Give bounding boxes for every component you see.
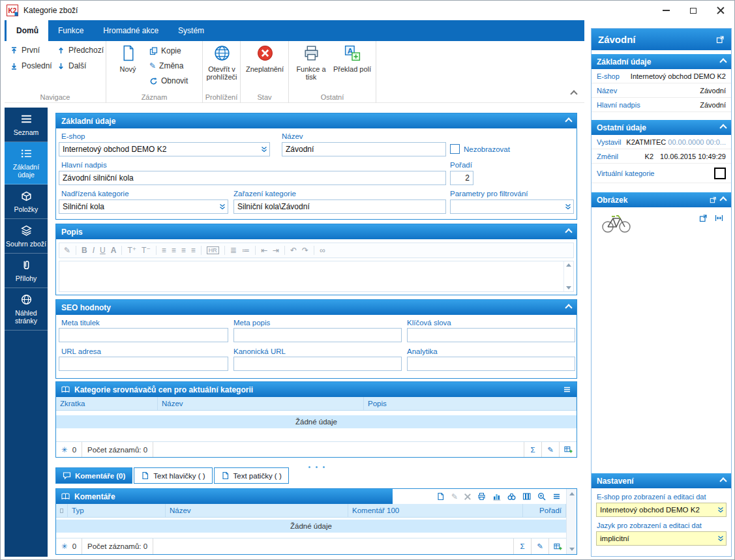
dropdown-icon[interactable]: [562, 203, 573, 210]
open-record-button[interactable]: [716, 35, 725, 44]
dropdown-icon[interactable]: [715, 535, 726, 542]
add-record-button[interactable]: [559, 442, 577, 457]
sum-button[interactable]: Σ: [524, 442, 541, 457]
collapse-image-button[interactable]: [719, 196, 727, 203]
new-record-icon[interactable]: [436, 492, 445, 501]
order-input[interactable]: [450, 171, 473, 185]
copy-button[interactable]: Kopie: [149, 46, 181, 55]
print-icon[interactable]: [477, 492, 486, 501]
italic-icon[interactable]: I: [93, 246, 95, 255]
ribbon-tab-system[interactable]: Systém: [168, 20, 214, 41]
ribbon-collapse-button[interactable]: [570, 90, 577, 97]
horizontal-rule-icon[interactable]: HR: [207, 246, 219, 254]
fit-image-button[interactable]: [715, 214, 723, 222]
keywords-input[interactable]: [407, 328, 575, 342]
sum-button[interactable]: Σ: [513, 538, 531, 554]
ribbon-tab-funkce[interactable]: Funkce: [48, 20, 93, 41]
scroll-down-button[interactable]: [569, 548, 575, 551]
font-color-icon[interactable]: A: [111, 246, 117, 255]
tab-text-paticky[interactable]: Text patičky ( ): [214, 467, 289, 484]
tab-komentare[interactable]: Komentáře (0): [55, 467, 132, 484]
edit-icon[interactable]: ✎: [64, 246, 70, 255]
column-header-popis[interactable]: Popis: [364, 397, 577, 410]
settings-eshop-combo[interactable]: Internetový obchod DEMO K2: [596, 503, 727, 517]
analytics-input[interactable]: [407, 357, 575, 371]
unordered-list-icon[interactable]: ≔: [242, 246, 250, 255]
edit-record-button[interactable]: ✎: [541, 442, 559, 457]
new-button[interactable]: Nový: [113, 44, 143, 73]
edit-record-icon[interactable]: ✎: [451, 492, 458, 501]
sidebar-item-nahled-stranky[interactable]: Náhled stránky: [5, 288, 48, 331]
zoom-icon[interactable]: [537, 492, 546, 501]
columns-icon[interactable]: [522, 492, 531, 501]
translate-fields-button[interactable]: A Překlad polí: [332, 44, 372, 73]
redo-icon[interactable]: ↷: [302, 246, 308, 255]
bold-icon[interactable]: B: [82, 246, 87, 255]
binoculars-icon[interactable]: [507, 492, 516, 501]
settings-language-combo[interactable]: implicitní: [596, 531, 727, 546]
column-header-poradi[interactable]: Pořadí: [523, 504, 566, 517]
filter-params-input[interactable]: [451, 202, 562, 211]
align-center-icon[interactable]: ≡: [172, 246, 176, 255]
dropdown-icon[interactable]: [217, 203, 228, 210]
change-button[interactable]: ✎ Změna: [149, 61, 183, 70]
sidebar-item-seznam[interactable]: Seznam: [5, 108, 48, 142]
description-textarea[interactable]: [59, 261, 574, 292]
meta-description-input[interactable]: [233, 328, 402, 342]
scroll-up-button[interactable]: [569, 492, 575, 495]
filter-params-combo[interactable]: [450, 199, 574, 214]
dropdown-icon[interactable]: [258, 146, 269, 153]
grid-menu-icon[interactable]: [563, 385, 571, 394]
outdent-icon[interactable]: ⇤: [261, 246, 267, 255]
add-record-button[interactable]: [548, 538, 566, 554]
eshop-combo[interactable]: [59, 142, 270, 156]
classification-input[interactable]: [233, 199, 446, 214]
indent-icon[interactable]: ⇥: [273, 246, 279, 255]
sidebar-item-prilohy[interactable]: Přílohy: [5, 254, 48, 288]
undo-icon[interactable]: ↶: [290, 246, 297, 255]
open-image-button[interactable]: [699, 214, 708, 222]
next-button[interactable]: Další: [57, 61, 86, 70]
collapse-description-button[interactable]: [565, 228, 572, 235]
heading-input[interactable]: [59, 171, 446, 185]
delete-record-icon[interactable]: [464, 494, 471, 500]
first-button[interactable]: První: [10, 46, 40, 55]
parent-category-combo[interactable]: [59, 199, 228, 214]
column-header-nazev[interactable]: Název: [158, 397, 364, 410]
column-header-typ[interactable]: Typ: [68, 504, 166, 517]
hide-checkbox[interactable]: [450, 144, 460, 154]
underline-icon[interactable]: U: [100, 246, 106, 255]
collapse-preview-basic-button[interactable]: [719, 58, 727, 65]
previous-button[interactable]: Předchozí: [57, 46, 104, 55]
functions-print-button[interactable]: Funkce a tisk: [292, 44, 331, 81]
meta-title-input[interactable]: [59, 328, 228, 342]
link-icon[interactable]: ∞: [320, 246, 325, 255]
scroll-down-button[interactable]: [566, 286, 571, 289]
vertical-scrollbar[interactable]: [566, 489, 577, 554]
align-left-icon[interactable]: ≡: [162, 246, 166, 255]
column-header-komentar[interactable]: Komentář 100: [348, 504, 523, 517]
eshop-input[interactable]: [59, 145, 258, 154]
open-in-browser-button[interactable]: Otevřít v prohlížeči: [204, 44, 239, 81]
sidebar-item-polozky[interactable]: Položky: [5, 184, 48, 219]
collapse-basic-button[interactable]: [565, 117, 572, 125]
sidebar-item-zakladni-udaje[interactable]: Základní údaje: [5, 142, 48, 184]
chart-icon[interactable]: [492, 492, 501, 501]
column-header-zkratka[interactable]: Zkratka: [56, 397, 158, 410]
canonical-url-input[interactable]: [233, 357, 402, 371]
open-image-header-button[interactable]: [710, 196, 717, 203]
close-button[interactable]: [707, 1, 734, 20]
dropdown-icon[interactable]: [715, 507, 726, 513]
virtual-category-checkbox[interactable]: [714, 168, 726, 179]
refresh-button[interactable]: Obnovit: [149, 76, 188, 85]
scroll-up-button[interactable]: [566, 263, 571, 267]
last-button[interactable]: Poslední: [10, 61, 52, 70]
sidebar-item-souhrn-zbozi[interactable]: Souhrn zboží: [5, 219, 48, 254]
edit-record-button[interactable]: ✎: [531, 538, 548, 554]
font-size-down-icon[interactable]: T⁻: [142, 246, 151, 255]
font-size-up-icon[interactable]: T⁺: [127, 246, 136, 255]
minimize-button[interactable]: [652, 1, 680, 20]
parent-category-input[interactable]: [59, 202, 217, 211]
align-justify-icon[interactable]: ≡: [191, 246, 196, 255]
ribbon-tab-domu[interactable]: Domů: [7, 20, 48, 41]
